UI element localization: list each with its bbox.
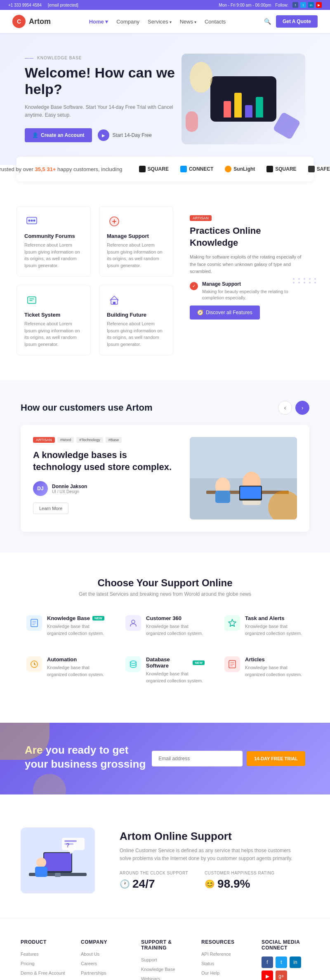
hero-graphic (182, 54, 305, 144)
dot-decoration (293, 278, 318, 284)
db-desc: Knowledge base that organized collection… (146, 670, 205, 684)
kb-icon (26, 615, 42, 631)
articles-title: Articles (245, 656, 304, 663)
support-db: Database Software NEW Knowledge base tha… (120, 651, 210, 690)
footer-link-careers[interactable]: Careers (81, 961, 97, 966)
article-badge: ARTISAN (190, 215, 212, 221)
footer-product-title: PRODUCT (21, 939, 68, 945)
linkedin-icon-top[interactable]: in (308, 2, 314, 8)
carousel-arrows: ‹ › (278, 401, 309, 415)
trusted-count: 35,5 31+ (35, 166, 56, 172)
cta-email-input[interactable] (152, 751, 243, 766)
prev-arrow[interactable]: ‹ (278, 401, 292, 415)
manage-icon (107, 214, 122, 229)
svg-rect-28 (55, 873, 61, 877)
community-title: Community Forums (24, 233, 83, 239)
hero-label: KNOWLEDGE BASE (25, 56, 182, 60)
features-right: ARTISAN Practices Online Knowledge Makin… (182, 206, 314, 355)
db-icon (125, 656, 141, 672)
customers-header: How our customers use Artom ‹ › (21, 401, 309, 415)
free-trial-button[interactable]: ▶ Start 14-Day Free (98, 129, 152, 141)
footer-link-partnerships[interactable]: Partnerships (81, 971, 106, 975)
support-grid: Knowledge Base NEW Knowledge base that o… (21, 609, 309, 690)
nav-home[interactable]: Home ▾ (89, 19, 108, 25)
task-title: Task and Alerts (245, 615, 304, 621)
svg-point-33 (36, 858, 46, 867)
footer-link-features[interactable]: Features (21, 952, 38, 956)
cta-section: Are you ready to get your business gross… (0, 723, 330, 794)
footer-support-title: SUPPORT & TRAINING (141, 939, 189, 951)
auto-icon-svg (30, 660, 39, 669)
auto-icon (26, 656, 42, 672)
facebook-icon-footer[interactable]: f (262, 956, 273, 968)
cta-submit-button[interactable]: 14-DAY FREE TRIAL (247, 751, 305, 766)
nav-services[interactable]: Services (148, 19, 172, 25)
auto-content: Automation Knowledge base that organized… (47, 656, 106, 678)
search-button[interactable]: 🔍 (264, 18, 271, 25)
customer-image (190, 437, 297, 519)
features-section: Community Forums Reference about Lorem I… (0, 181, 330, 380)
linkedin-icon-footer[interactable]: in (290, 956, 301, 968)
svg-rect-7 (113, 302, 116, 304)
footer-link-pricing[interactable]: Pricing (21, 961, 35, 966)
support-section: Choose Your Support Online Get the lates… (0, 552, 330, 714)
top-bar: +1 333 9954 4584 [email protected] Mon -… (0, 0, 330, 10)
feature-building: Building Future Reference about Lorem Ip… (99, 285, 173, 355)
footer-link-support[interactable]: Support (141, 957, 157, 962)
svg-point-3 (33, 220, 35, 222)
os-desc: Online Customer Service is defined as an… (120, 847, 301, 862)
support-desc: Get the latest Services and breaking new… (21, 591, 309, 597)
author-details: Donnie Jakson UI / UX Design (52, 484, 87, 494)
nav-contacts[interactable]: Contacts (205, 19, 226, 25)
footer-company-links: About Us Careers Partnerships Contact Us… (81, 951, 129, 980)
customer-card: ARTISAN #Word #Technology #Base A knowle… (21, 425, 309, 532)
support-articles: Articles Knowledge base that organized c… (219, 651, 309, 690)
os-stats: AROUND THE CLOCK SUPPORT 🕐 24/7 CUSTOMER… (120, 871, 301, 891)
os-illustration: ? (21, 827, 103, 893)
twitter-icon-top[interactable]: t (300, 2, 306, 8)
customer-photo-svg (190, 437, 297, 519)
learn-more-button[interactable]: Learn More (33, 503, 68, 514)
get-quote-button[interactable]: Get A Quote (276, 15, 318, 28)
brand-safeg: SAFEG (308, 166, 330, 172)
svg-point-19 (132, 620, 135, 623)
task-icon-svg (228, 618, 237, 627)
author-info: DJ Donnie Jakson UI / UX Design (33, 481, 177, 496)
clock-icon: 🕐 (120, 879, 130, 889)
footer-link-demo[interactable]: Demo & Free Account (21, 971, 65, 975)
googleplus-icon-footer[interactable]: g+ (276, 971, 287, 980)
facebook-icon-top[interactable]: f (292, 2, 298, 8)
footer-link-api-ref[interactable]: API Reference (201, 952, 231, 956)
tag-technology: #Technology (76, 437, 103, 443)
compass-icon: 🧭 (197, 310, 203, 315)
stat1-number: 24/7 (132, 877, 155, 891)
footer-link-help[interactable]: Our Help (201, 971, 219, 975)
stat1-label: AROUND THE CLOCK SUPPORT (120, 871, 188, 875)
svg-rect-27 (44, 853, 71, 871)
follow-label: Follow: (275, 3, 288, 7)
nav-news[interactable]: News (180, 19, 196, 25)
practices-title: Practices Online Knowledge (190, 225, 305, 249)
next-arrow[interactable]: › (295, 401, 309, 415)
footer-link-kb[interactable]: Knowledge Base (141, 967, 175, 972)
decoration-fig (186, 111, 198, 132)
hero-desc: Knowledge Base Software. Start Your 14-d… (25, 103, 182, 119)
footer-link-webinars[interactable]: Webinars (141, 976, 160, 980)
youtube-icon-footer[interactable]: ▶ (262, 971, 273, 980)
youtube-icon-top[interactable]: ▶ (316, 2, 322, 8)
discover-features-button[interactable]: 🧭 Discover all Features (190, 306, 260, 320)
nav-company[interactable]: Company (116, 19, 139, 25)
brand-square1: SQUARE (139, 166, 169, 172)
hero-section: KNOWLEDGE BASE Welcome! How can we help?… (0, 33, 330, 165)
footer-link-about[interactable]: About Us (81, 952, 99, 956)
create-account-button[interactable]: 👤 Create an Account (25, 128, 92, 142)
c360-icon-svg (129, 618, 138, 627)
customers-title: How our customers use Artom (21, 402, 152, 413)
footer: PRODUCT Features Pricing Demo & Free Acc… (0, 918, 330, 980)
db-title-text: Database Software (146, 656, 190, 669)
twitter-icon-footer[interactable]: t (276, 956, 287, 968)
footer-link-status[interactable]: Status (201, 961, 214, 966)
building-desc: Reference about Lorem Ipsum giving infor… (107, 320, 165, 348)
manage-title: Manage Support (107, 233, 165, 239)
check-icon: ✓ (190, 282, 198, 290)
